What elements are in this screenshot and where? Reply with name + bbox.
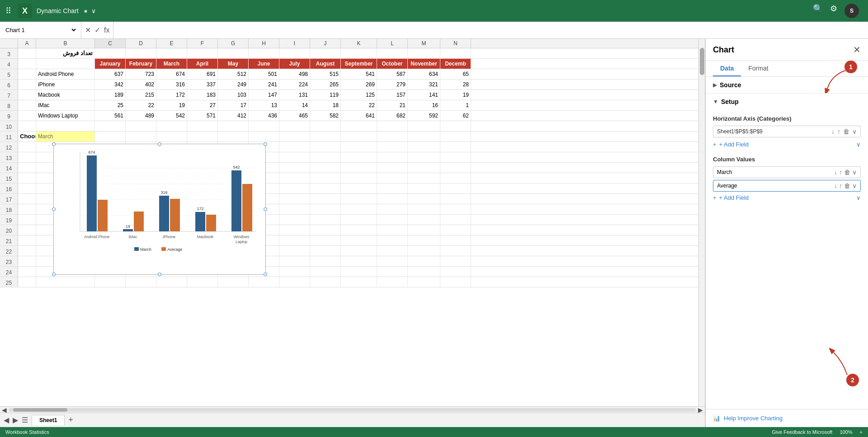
h-scrollbar[interactable]: ◀ ▶ [0,406,705,413]
cell-c6[interactable]: 342 [95,80,126,89]
cell-e5[interactable]: 674 [156,69,187,79]
cell-b11-march[interactable]: March [36,132,95,141]
cell-h9[interactable]: 436 [249,111,279,121]
cell-e11[interactable] [156,132,187,141]
cell-g4-may[interactable]: May [218,59,249,69]
cell-a8[interactable] [18,100,36,110]
cell-c3[interactable] [95,48,126,58]
cell-f6[interactable]: 337 [187,80,218,89]
col-j[interactable]: J [310,39,341,48]
cell-n7[interactable]: 19 [440,90,471,100]
cell-b4[interactable] [36,59,95,69]
cell-j5[interactable]: 515 [310,69,341,79]
cell-b7[interactable]: Macbook [36,90,95,100]
cell-k5[interactable]: 541 [341,69,377,79]
cell-h11[interactable] [249,132,279,141]
cell-l5[interactable]: 587 [377,69,408,79]
cell-c9[interactable]: 561 [95,111,126,121]
cell-n3[interactable] [440,48,471,58]
source-section[interactable]: ▶ Source [706,77,868,94]
cell-l11[interactable] [377,132,408,141]
cell-e10[interactable] [156,121,187,131]
average-sort-up[interactable]: ↑ [839,182,842,189]
apps-icon[interactable]: ⠿ [5,6,11,16]
cell-k6[interactable]: 269 [341,80,377,89]
sort-up-icon[interactable]: ↑ [837,128,840,135]
cell-h3[interactable] [249,48,279,58]
cell-i9[interactable]: 465 [279,111,310,121]
cell-g9[interactable]: 412 [218,111,249,121]
cell-g7[interactable]: 103 [218,90,249,100]
cell-c7[interactable]: 189 [95,90,126,100]
expand-field-icon[interactable]: ∨ [852,128,857,135]
v-scrollbar[interactable] [698,39,705,406]
cell-n10[interactable] [440,121,471,131]
cell-h7[interactable]: 147 [249,90,279,100]
cell-f4-apr[interactable]: April [187,59,218,69]
cell-m8[interactable]: 16 [408,100,440,110]
col-m[interactable]: M [408,39,440,48]
cell-m6[interactable]: 321 [408,80,440,89]
cell-k7[interactable]: 125 [341,90,377,100]
cell-h6[interactable]: 241 [249,80,279,89]
cell-j4-aug[interactable]: August [310,59,341,69]
cell-c8[interactable]: 25 [95,100,126,110]
field-row-p5p9[interactable]: Sheet1!$P$5:$P$9 ↓ ↑ 🗑 ∨ [713,126,861,137]
cell-a3[interactable] [18,48,36,58]
cell-i4-jul[interactable]: July [279,59,310,69]
formula-input[interactable] [113,27,868,33]
cell-b3[interactable]: تعداد فروش [36,48,95,58]
col-i[interactable]: I [279,39,310,48]
cell-d5[interactable]: 723 [126,69,156,79]
v-scrollbar-thumb[interactable] [700,48,704,75]
cell-l3[interactable] [377,48,408,58]
cell-g11[interactable] [218,132,249,141]
cell-b6[interactable]: iPhone [36,80,95,89]
cell-g10[interactable] [218,121,249,131]
cell-e7[interactable]: 172 [156,90,187,100]
cell-m11[interactable] [408,132,440,141]
help-improve-row[interactable]: 📊 Help Improve Charting [706,409,868,427]
col-f[interactable]: F [187,39,218,48]
sheet-tab-sheet1[interactable]: Sheet1 [32,415,65,425]
cell-n4-dec[interactable]: Decemb [440,59,471,69]
cell-c4-jan[interactable]: January [95,59,126,69]
col-c[interactable]: C [95,39,126,48]
march-expand[interactable]: ∨ [852,169,857,176]
cell-j3[interactable] [310,48,341,58]
cell-k4-sep[interactable]: September [341,59,377,69]
cell-k8[interactable]: 22 [341,100,377,110]
cell-i11[interactable] [279,132,310,141]
cell-l7[interactable]: 157 [377,90,408,100]
cell-d3[interactable] [126,48,156,58]
cell-b9[interactable]: Windows Laptop [36,111,95,121]
embedded-chart[interactable]: 674 19 316 [53,144,266,275]
cell-g8[interactable]: 17 [218,100,249,110]
sheet-menu-icon[interactable]: ☰ [22,416,28,424]
cell-a5[interactable] [18,69,36,79]
cell-j10[interactable] [310,121,341,131]
cell-j9[interactable]: 582 [310,111,341,121]
cell-c10[interactable] [95,121,126,131]
cell-j8[interactable]: 18 [310,100,341,110]
tab-data[interactable]: Data [713,61,741,76]
cell-k11[interactable] [341,132,377,141]
add-field-row-2[interactable]: + + Add Field ∨ [713,193,861,202]
cell-n5[interactable]: 65 [440,69,471,79]
name-box[interactable]: Chart 1 [0,22,81,38]
march-sort-up[interactable]: ↑ [839,169,842,176]
cell-i10[interactable] [279,121,310,131]
cell-f5[interactable]: 691 [187,69,218,79]
col-a[interactable]: A [18,39,36,48]
cell-n6[interactable]: 28 [440,80,471,89]
cell-d4-feb[interactable]: February [126,59,156,69]
cell-e6[interactable]: 316 [156,80,187,89]
cell-g6[interactable]: 249 [218,80,249,89]
col-k[interactable]: K [341,39,377,48]
cell-d7[interactable]: 215 [126,90,156,100]
cell-l9[interactable]: 682 [377,111,408,121]
cell-h10[interactable] [249,121,279,131]
name-box-select[interactable]: Chart 1 [4,26,77,34]
col-d[interactable]: D [126,39,156,48]
cell-k9[interactable]: 641 [341,111,377,121]
